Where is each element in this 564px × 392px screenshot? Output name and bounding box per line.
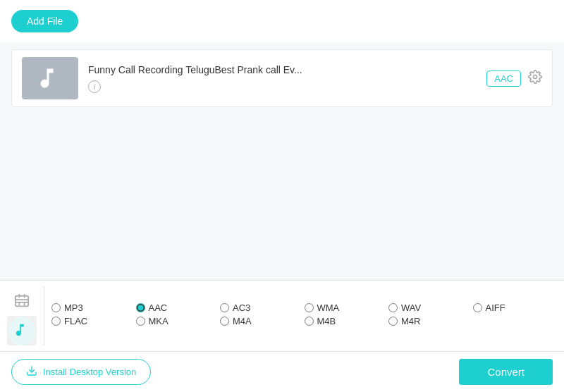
audio-tab-button[interactable]: [7, 316, 37, 345]
settings-icon[interactable]: [528, 70, 542, 87]
format-radio-mka[interactable]: [136, 317, 145, 326]
format-option-mka[interactable]: MKA: [136, 316, 221, 326]
format-label-m4r: M4R: [401, 316, 420, 326]
format-label-flac: FLAC: [64, 316, 87, 326]
video-tab-button[interactable]: [7, 286, 37, 316]
file-actions: AAC: [486, 70, 542, 87]
format-radio-aac[interactable]: [136, 303, 145, 312]
format-option-mp3[interactable]: MP3: [51, 302, 136, 313]
bottom-panel: MP3 AAC AC3 WMA WAV AIFF: [0, 280, 564, 392]
info-icon[interactable]: i: [88, 80, 101, 93]
format-option-m4r[interactable]: M4R: [388, 316, 473, 326]
file-item: Funny Call Recording TeluguBest Prank ca…: [11, 49, 553, 107]
format-option-flac[interactable]: FLAC: [51, 316, 136, 326]
format-label-mp3: MP3: [64, 302, 83, 313]
format-radio-mp3[interactable]: [51, 303, 61, 312]
format-radio-m4a[interactable]: [220, 317, 229, 326]
add-file-button[interactable]: Add File: [11, 10, 78, 32]
format-option-wav[interactable]: WAV: [388, 302, 473, 313]
file-list: Funny Call Recording TeluguBest Prank ca…: [0, 42, 564, 280]
format-placeholder-1: [473, 316, 558, 326]
file-thumbnail: [22, 57, 78, 99]
svg-point-0: [534, 75, 537, 78]
install-label: Install Desktop Version: [43, 367, 136, 377]
video-icon: [14, 293, 30, 309]
top-bar: Add File: [0, 0, 564, 42]
format-label-m4a: M4A: [233, 316, 252, 326]
format-label-m4b: M4B: [317, 316, 336, 326]
format-option-m4b[interactable]: M4B: [305, 316, 389, 326]
format-radio-m4r[interactable]: [388, 317, 398, 326]
format-radio-aiff[interactable]: [473, 303, 482, 312]
format-selector: MP3 AAC AC3 WMA WAV AIFF: [0, 281, 564, 352]
music-icon: [37, 66, 63, 91]
format-radio-wav[interactable]: [388, 303, 398, 312]
format-option-aiff[interactable]: AIFF: [473, 302, 558, 313]
file-name: Funny Call Recording TeluguBest Prank ca…: [88, 64, 477, 75]
install-desktop-button[interactable]: Install Desktop Version: [11, 359, 151, 385]
convert-button[interactable]: Convert: [459, 359, 553, 385]
format-label-aac: AAC: [149, 302, 168, 313]
format-radio-wma[interactable]: [305, 303, 314, 312]
svg-rect-1: [16, 296, 28, 307]
media-type-tabs: [7, 286, 44, 345]
format-radio-flac[interactable]: [51, 317, 61, 326]
format-label-ac3: AC3: [233, 302, 250, 313]
format-option-aac[interactable]: AAC: [136, 302, 221, 313]
footer-bar: Install Desktop Version Convert: [0, 352, 564, 392]
format-option-wma[interactable]: WMA: [305, 302, 389, 313]
file-info: Funny Call Recording TeluguBest Prank ca…: [88, 64, 477, 93]
format-label-wav: WAV: [401, 302, 421, 313]
format-radio-m4b[interactable]: [305, 317, 314, 326]
format-label-mka: MKA: [149, 316, 168, 326]
format-option-ac3[interactable]: AC3: [220, 302, 305, 313]
download-icon: [26, 365, 37, 379]
audio-tab-icon-wrapper: [8, 317, 35, 345]
audio-icon: [14, 322, 30, 338]
format-option-m4a[interactable]: M4A: [220, 316, 305, 326]
format-label-aiff: AIFF: [486, 302, 505, 313]
format-label-wma: WMA: [317, 302, 340, 313]
format-radio-ac3[interactable]: [220, 303, 229, 312]
format-badge[interactable]: AAC: [486, 71, 521, 87]
format-options: MP3 AAC AC3 WMA WAV AIFF: [51, 302, 557, 329]
